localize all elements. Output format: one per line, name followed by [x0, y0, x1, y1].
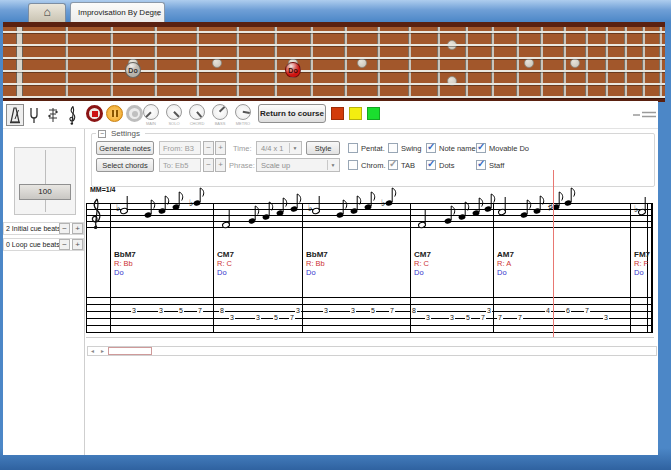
- fret-wire-12: [465, 27, 468, 97]
- checkbox-staff[interactable]: ✓: [476, 160, 486, 170]
- home-tab[interactable]: ⌂: [28, 3, 66, 22]
- settings-group: − Settings Generate notes From: B3 − + T…: [91, 133, 655, 187]
- checkbox-movable-do[interactable]: ✓: [476, 143, 486, 153]
- string-5: [3, 83, 665, 85]
- checkbox-dots[interactable]: ✓: [426, 160, 436, 170]
- initial-cue-plus-button[interactable]: +: [72, 223, 83, 234]
- fret-wire-10: [408, 27, 411, 97]
- tab-improvisation[interactable]: Improvisation By Degre ×: [70, 2, 165, 22]
- app-window: ⌂ Improvisation By Degre × DoDo MAINSOLO…: [0, 0, 671, 470]
- loop-cue-row: 0 Loop cue beats − +: [3, 238, 84, 251]
- scrollbar-thumb[interactable]: [108, 347, 152, 355]
- tuning-fork-icon[interactable]: [25, 104, 43, 126]
- checkbox-label-pentat-: Pentat.: [361, 144, 385, 153]
- checkbox-label-tab: TAB: [401, 161, 415, 170]
- fret-wire-3: [154, 27, 157, 97]
- note-marker-gray-do[interactable]: Do: [125, 62, 141, 78]
- checkbox-label-staff: Staff: [489, 161, 504, 170]
- notation-scrollbar[interactable]: ◄ ►: [87, 346, 657, 356]
- checkbox-swing[interactable]: [388, 143, 398, 153]
- string-2: [3, 44, 665, 46]
- view-icon-group: [6, 104, 86, 126]
- pause-bar-1: [112, 110, 114, 117]
- scroll-right-button[interactable]: ►: [98, 347, 107, 355]
- inlay-dot-fret-5: [212, 58, 222, 68]
- tempo-slider[interactable]: 100: [14, 147, 76, 215]
- knob-bass[interactable]: [212, 104, 228, 120]
- fret-wire-17: [585, 27, 588, 97]
- knob-solo[interactable]: [166, 104, 182, 120]
- loop-cue-minus-button[interactable]: −: [59, 239, 70, 250]
- tab-title: Improvisation By Degre: [78, 8, 161, 17]
- return-to-course-button[interactable]: Return to course: [258, 104, 326, 123]
- fret-wire-13: [491, 27, 494, 97]
- fret-wire-9: [377, 27, 380, 97]
- tuner-icon[interactable]: [44, 104, 62, 126]
- title-bar: ⌂ Improvisation By Degre ×: [0, 0, 671, 22]
- knob-pointer: [146, 111, 152, 117]
- status-squares: [331, 107, 391, 121]
- loop-cue-plus-button[interactable]: +: [72, 239, 83, 250]
- fret-wire-16: [563, 27, 566, 97]
- initial-cue-row: 2 Initial cue beats − +: [3, 222, 84, 235]
- stop-button[interactable]: [86, 105, 103, 122]
- inlay-dot-fret-15: [524, 58, 534, 68]
- pause-button[interactable]: [106, 105, 123, 122]
- knob-metro[interactable]: [235, 104, 251, 120]
- loop-cue-value: 0: [6, 241, 10, 248]
- fret-wire-18: [605, 27, 608, 97]
- metronome-icon[interactable]: [6, 104, 24, 126]
- fret-wire-4: [196, 27, 199, 97]
- inlay-dot-fret-17: [570, 58, 580, 68]
- home-icon: ⌂: [43, 5, 50, 19]
- fret-wire-19: [624, 27, 627, 97]
- settings-checkboxes: Pentat.Swing✓Note name✓Movable DoChrom.✓…: [92, 134, 656, 188]
- left-panel: 100 2 Initial cue beats − + 0 Loop cue b…: [3, 129, 84, 455]
- scroll-left-button[interactable]: ◄: [88, 347, 97, 355]
- record-button[interactable]: [126, 105, 143, 122]
- initial-cue-value: 2: [6, 225, 10, 232]
- knob-pointer: [173, 111, 179, 117]
- check-icon: ✓: [427, 158, 435, 169]
- status-square-red: [331, 107, 344, 120]
- fret-wire-11: [437, 27, 440, 97]
- checkbox-pentat-[interactable]: [348, 143, 358, 153]
- fret-wire-1: [65, 27, 68, 97]
- slider-track-line: [45, 150, 46, 212]
- status-square-yellow: [349, 107, 362, 120]
- knob-label-chord: CHORD: [186, 121, 208, 126]
- checkbox-label-movable-do: Movable Do: [489, 144, 529, 153]
- knob-main[interactable]: [143, 104, 159, 120]
- fret-wire-8: [344, 27, 347, 97]
- main-panel: − Settings Generate notes From: B3 − + T…: [84, 129, 658, 455]
- checkbox-note-name[interactable]: ✓: [426, 143, 436, 153]
- checkbox-tab[interactable]: ✓: [388, 160, 398, 170]
- fret-wire-6: [274, 27, 277, 97]
- resize-handle-icon[interactable]: [632, 110, 658, 120]
- clef-icon[interactable]: [63, 104, 81, 126]
- note-marker-red-do[interactable]: Do: [285, 62, 301, 78]
- check-icon: ✓: [477, 158, 485, 169]
- checkbox-label-chrom-: Chrom.: [361, 161, 386, 170]
- string-4: [3, 70, 665, 72]
- fret-wire-2: [110, 27, 113, 97]
- volume-knobs: MAINSOLOCHORDBASSMETRO: [143, 103, 258, 129]
- tempo-slider-handle[interactable]: 100: [19, 184, 71, 200]
- loop-cue-label: Loop cue beats: [12, 241, 60, 248]
- knob-pointer: [243, 111, 250, 114]
- knob-label-solo: SOLO: [163, 121, 185, 126]
- fret-wire-21: [659, 27, 662, 97]
- string-3: [3, 57, 665, 59]
- fret-wire-15: [540, 27, 543, 97]
- knob-label-main: MAIN: [140, 121, 162, 126]
- fret-wire-14: [516, 27, 519, 97]
- fret-wire-5: [236, 27, 239, 97]
- record-icon: [132, 111, 138, 117]
- check-icon: ✓: [477, 141, 485, 152]
- initial-cue-minus-button[interactable]: −: [59, 223, 70, 234]
- knob-chord[interactable]: [189, 104, 205, 120]
- checkbox-label-swing: Swing: [401, 144, 421, 153]
- fret-wire-20: [642, 27, 645, 97]
- knob-pointer: [196, 112, 202, 118]
- checkbox-chrom-[interactable]: [348, 160, 358, 170]
